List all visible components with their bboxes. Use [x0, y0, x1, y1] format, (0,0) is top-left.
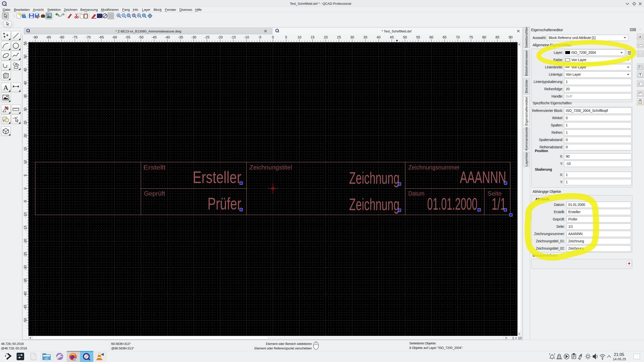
svg-text:Zeichnungsnummer: Zeichnungsnummer: [408, 164, 460, 171]
svg-text:-45: -45: [23, 305, 27, 310]
svg-text:90: 90: [509, 35, 513, 39]
svg-text:-55: -55: [125, 35, 130, 39]
svg-text:5: 5: [23, 174, 27, 176]
svg-text:-60: -60: [112, 35, 117, 39]
svg-text:A: A: [3, 84, 9, 91]
svg-text:-85: -85: [46, 35, 51, 39]
svg-text:-10: -10: [23, 212, 27, 217]
svg-text:75: 75: [469, 35, 473, 39]
svg-text:80: 80: [482, 35, 486, 39]
svg-text:30: 30: [23, 107, 27, 111]
svg-text:0: 0: [23, 188, 27, 190]
svg-text:65: 65: [443, 35, 447, 39]
svg-text:Geprüft: Geprüft: [144, 190, 165, 197]
svg-text:01.01.2000: 01.01.2000: [427, 195, 477, 213]
svg-text:-25: -25: [204, 35, 209, 39]
svg-text:-40: -40: [165, 35, 170, 39]
svg-text:10: 10: [297, 35, 301, 39]
svg-text:55: 55: [23, 41, 27, 46]
svg-text:-30: -30: [191, 35, 196, 39]
svg-text:85: 85: [495, 35, 499, 39]
svg-text:AAANNN: AAANNN: [460, 168, 506, 187]
svg-text:-5: -5: [23, 200, 27, 203]
svg-text:45: 45: [390, 35, 394, 39]
svg-text:15: 15: [23, 147, 27, 151]
svg-text:15: 15: [311, 35, 315, 39]
svg-text:0: 0: [272, 35, 274, 39]
svg-text:10: 10: [23, 160, 27, 164]
svg-text:-40: -40: [23, 291, 27, 296]
svg-text:-45: -45: [151, 35, 156, 39]
svg-text:20: 20: [23, 134, 27, 138]
svg-text:-65: -65: [99, 35, 104, 39]
svg-text:Datum: Datum: [408, 190, 424, 197]
svg-text:-30: -30: [23, 265, 27, 270]
svg-text:20: 20: [324, 35, 328, 39]
svg-text:-15: -15: [23, 225, 27, 231]
svg-text:5: 5: [285, 35, 287, 39]
svg-text:50: 50: [403, 35, 407, 39]
svg-text:Zeichnung: Zeichnung: [349, 195, 399, 214]
svg-text:50: 50: [23, 55, 27, 59]
svg-text:25: 25: [337, 35, 341, 39]
svg-text:-20: -20: [23, 239, 27, 244]
svg-text:Erstellt: Erstellt: [143, 164, 166, 171]
svg-text:-5: -5: [258, 35, 261, 39]
svg-text:-15: -15: [231, 35, 236, 39]
svg-text:Ersteller: Ersteller: [193, 168, 241, 187]
svg-text:25: 25: [23, 120, 27, 124]
svg-text:55: 55: [416, 35, 420, 39]
svg-text:60: 60: [429, 35, 433, 39]
svg-text:-10: -10: [244, 35, 249, 39]
svg-text:-25: -25: [23, 252, 27, 257]
svg-text:Zeichnung: Zeichnung: [349, 169, 399, 187]
svg-text:-70: -70: [86, 35, 91, 39]
svg-text:40: 40: [377, 35, 381, 39]
svg-text:40: 40: [23, 81, 27, 85]
svg-text:35: 35: [364, 35, 368, 39]
svg-text:-80: -80: [59, 35, 64, 39]
svg-text:45: 45: [23, 68, 27, 72]
svg-text:-50: -50: [138, 35, 143, 39]
svg-text:-75: -75: [72, 35, 77, 39]
svg-text:Zeichnungstitel: Zeichnungstitel: [249, 164, 292, 171]
svg-text:-90: -90: [33, 35, 38, 39]
svg-text:-50: -50: [23, 318, 27, 323]
svg-text:-35: -35: [23, 278, 27, 283]
svg-text:-20: -20: [218, 35, 223, 39]
svg-text:30: 30: [350, 35, 354, 39]
svg-text:70: 70: [456, 35, 460, 39]
svg-text:35: 35: [23, 94, 27, 98]
svg-text:Prüfer: Prüfer: [208, 194, 241, 213]
svg-text:-35: -35: [178, 35, 183, 39]
